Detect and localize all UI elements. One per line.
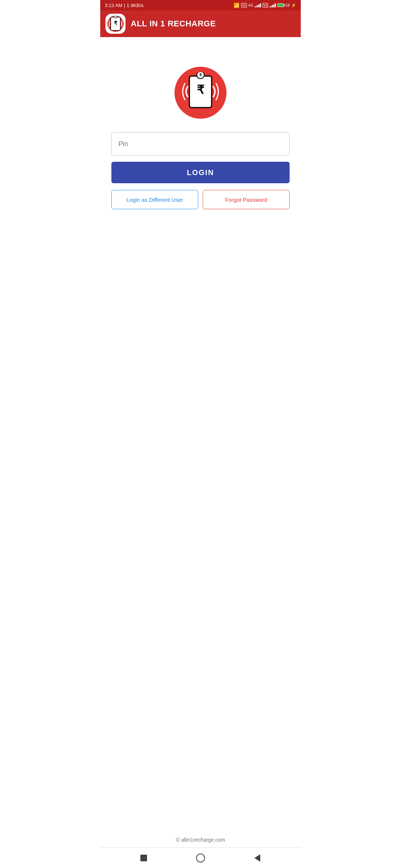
center-logo-section: ₹ ₹ xyxy=(175,67,226,119)
svg-text:₹: ₹ xyxy=(114,20,117,26)
network-4g: 4G xyxy=(248,3,253,7)
nav-recent-button[interactable] xyxy=(138,852,150,864)
svg-text:₹: ₹ xyxy=(197,83,205,96)
app-header: ₹ ₹ ALL IN 1 RECHARGE xyxy=(100,10,301,37)
center-phone-rupee-icon: ₹ ₹ xyxy=(182,72,219,113)
header-phone-rupee-icon: ₹ ₹ xyxy=(108,16,123,32)
charging-icon: ⚡ xyxy=(291,3,296,8)
signal-bars-2 xyxy=(270,3,276,7)
login-button[interactable]: LOGIN xyxy=(111,162,290,183)
form-section: LOGIN Login as Different User Forgot Pas… xyxy=(111,132,290,209)
svg-text:₹: ₹ xyxy=(199,73,202,77)
main-content: ₹ ₹ LOGIN Login as Differen xyxy=(100,37,301,847)
forgot-password-button[interactable]: Forgot Password xyxy=(203,190,290,209)
status-bar-right: 📶 Vo 4G Vo 18 ⚡ xyxy=(234,3,296,8)
center-logo-circle: ₹ ₹ xyxy=(175,67,226,119)
volte-badge-1: Vo xyxy=(241,3,247,8)
login-different-user-button[interactable]: Login as Different User xyxy=(111,190,198,209)
secondary-buttons: Login as Different User Forgot Password xyxy=(111,190,290,209)
battery-percent: 18 xyxy=(286,3,290,7)
volte-badge-2: Vo xyxy=(263,3,268,8)
separator: | xyxy=(124,3,125,8)
nav-square-icon xyxy=(140,855,147,861)
nav-back-icon xyxy=(254,854,260,862)
center-logo-inner: ₹ ₹ xyxy=(182,72,219,113)
status-bar: 3:13 AM | 1.9KB/s 📶 Vo 4G Vo 18 ⚡ xyxy=(100,0,301,10)
nav-bar xyxy=(100,847,301,868)
svg-text:₹: ₹ xyxy=(115,16,116,18)
status-bar-left: 3:13 AM | 1.9KB/s xyxy=(105,3,144,8)
speed-display: 1.9KB/s xyxy=(127,3,144,8)
nav-back-button[interactable] xyxy=(251,852,263,864)
footer: © allin1recharge.com xyxy=(176,829,225,847)
header-logo-circle: ₹ ₹ xyxy=(107,16,124,32)
header-logo-wrapper: ₹ ₹ xyxy=(105,14,125,34)
nav-circle-icon xyxy=(196,854,205,862)
battery-icon xyxy=(277,3,284,7)
wifi-icon: 📶 xyxy=(234,3,239,8)
app-title: ALL IN 1 RECHARGE xyxy=(131,19,216,29)
signal-bars-1 xyxy=(255,3,261,7)
nav-home-button[interactable] xyxy=(195,852,206,864)
time-display: 3:13 AM xyxy=(105,3,123,8)
pin-input[interactable] xyxy=(111,132,290,156)
copyright-text: © allin1recharge.com xyxy=(176,837,225,843)
